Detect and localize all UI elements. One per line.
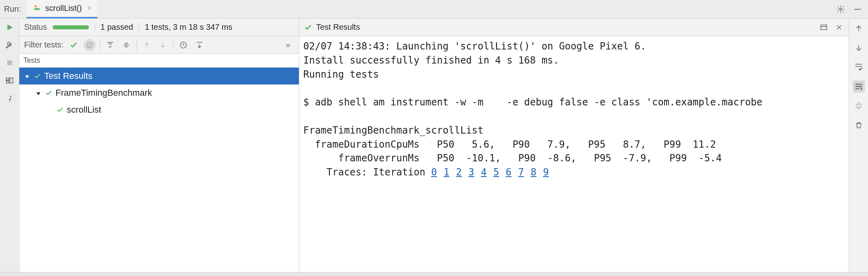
trash-icon[interactable] [853,119,865,131]
close-icon[interactable]: × [87,4,92,12]
run-label: Run: [2,4,27,14]
svg-point-0 [35,5,37,7]
print-icon[interactable] [853,100,865,112]
expand-all-icon[interactable] [104,39,116,51]
status-label: Status [24,23,47,32]
tree-header: Tests [19,54,299,68]
close-console-icon[interactable] [834,23,844,32]
svg-rect-4 [6,78,8,80]
more-icon[interactable]: » [282,39,294,51]
trace-link[interactable]: 1 [444,167,449,178]
console-line [303,81,845,95]
import-results-icon[interactable] [193,39,206,51]
divider [95,22,95,33]
status-bar: Status 1 passed 1 tests, 3 m 18 s 347 ms [19,19,299,36]
wrench-icon[interactable] [5,40,14,50]
svg-rect-3 [7,60,12,65]
trace-links: 0 1 2 3 4 5 6 7 8 9 [431,167,555,178]
filter-label: Filter tests: [24,40,64,49]
check-icon [34,72,41,80]
progress-bar [53,25,89,29]
pass-count: 1 passed [101,23,133,32]
check-icon [304,23,312,31]
tab-scrolllist[interactable]: scrollList() × [27,0,97,19]
trace-link[interactable]: 7 [518,167,524,178]
right-gutter [849,19,868,272]
console: Test Results 02/07 14:38:43: Launching '… [299,19,849,272]
svg-rect-5 [6,81,8,83]
scroll-up-icon[interactable] [853,23,865,35]
chevron-down-icon[interactable] [23,71,31,81]
tab-label: scrollList() [45,4,82,13]
test-timing: 1 tests, 3 m 18 s 347 ms [145,23,232,32]
trace-link[interactable]: 5 [493,167,499,178]
android-icon [32,4,42,13]
svg-point-1 [839,8,842,10]
tree-node[interactable]: scrollList [19,101,299,118]
svg-rect-2 [854,9,861,10]
console-line: frameOverrunMs P50 -10.1, P90 -8.6, P95 … [303,151,845,165]
console-line: Running tests [303,68,845,82]
check-icon [45,89,52,97]
divider [100,39,100,51]
svg-rect-9 [821,25,827,30]
tree-node-label: FrameTimingBenchmark [56,88,152,98]
minimize-icon[interactable] [853,4,862,14]
softwrap-icon[interactable] [853,61,865,73]
console-line: $ adb shell am instrument -w -m -e debug… [303,95,845,109]
console-header: Test Results [299,19,849,36]
svg-rect-6 [10,78,12,83]
stop-icon[interactable] [5,58,14,68]
history-icon[interactable] [177,39,189,51]
scroll-down-icon[interactable] [853,42,865,54]
trace-link[interactable]: 3 [469,167,474,178]
svg-rect-11 [857,103,860,105]
show-ignored-icon[interactable] [84,39,96,51]
test-panel: Status 1 passed 1 tests, 3 m 18 s 347 ms… [19,19,299,272]
trace-link[interactable]: 2 [456,167,462,178]
divider [173,39,173,51]
divider [139,22,139,33]
collapse-all-icon[interactable] [120,39,132,51]
trace-link[interactable]: 4 [481,167,487,178]
show-passed-icon[interactable] [68,39,80,51]
svg-rect-12 [857,107,860,109]
prev-failed-icon[interactable] [141,39,153,51]
filter-bar: Filter tests: [19,36,299,54]
bottom-bar [0,272,868,276]
gear-icon[interactable] [836,4,845,14]
console-line: Traces: Iteration 0 1 2 3 4 5 6 7 8 9 [303,165,845,179]
tree-node[interactable]: Test Results [19,68,299,84]
tabbar: Run: scrollList() × [0,0,868,19]
console-output[interactable]: 02/07 14:38:43: Launching 'scrollList()'… [299,36,849,272]
tree-node-label: scrollList [67,105,101,115]
check-icon [56,106,64,113]
body: Status 1 passed 1 tests, 3 m 18 s 347 ms… [0,19,868,272]
scroll-to-end-icon[interactable] [853,80,865,93]
console-line: frameDurationCpuMs P50 5.6, P90 7.9, P95… [303,138,845,152]
svg-rect-10 [856,105,861,107]
divider [136,39,137,51]
trace-link[interactable]: 9 [543,167,549,178]
trace-link[interactable]: 6 [506,167,511,178]
test-tree[interactable]: Test ResultsFrameTimingBenchmarkscrollLi… [19,68,299,272]
trace-link[interactable]: 0 [431,167,437,178]
layout-icon[interactable] [5,76,14,85]
tree-node[interactable]: FrameTimingBenchmark [19,84,299,101]
console-wrap: Test Results 02/07 14:38:43: Launching '… [299,19,868,272]
chevron-down-icon[interactable] [35,88,42,98]
pin-icon[interactable] [5,93,14,103]
console-line: 02/07 14:38:43: Launching 'scrollList()'… [303,39,845,54]
console-title: Test Results [316,23,360,32]
trace-link[interactable]: 8 [531,167,536,178]
tree-node-label: Test Results [44,71,93,81]
console-line: FrameTimingBenchmark_scrollList [303,124,845,138]
console-line [303,109,845,124]
next-failed-icon[interactable] [157,39,169,51]
left-gutter [0,19,19,272]
console-line: Install successfully finished in 4 s 168… [303,54,845,68]
run-panel: Run: scrollList() × [0,0,868,276]
run-icon[interactable] [5,23,14,32]
restore-layout-icon[interactable] [819,23,829,32]
